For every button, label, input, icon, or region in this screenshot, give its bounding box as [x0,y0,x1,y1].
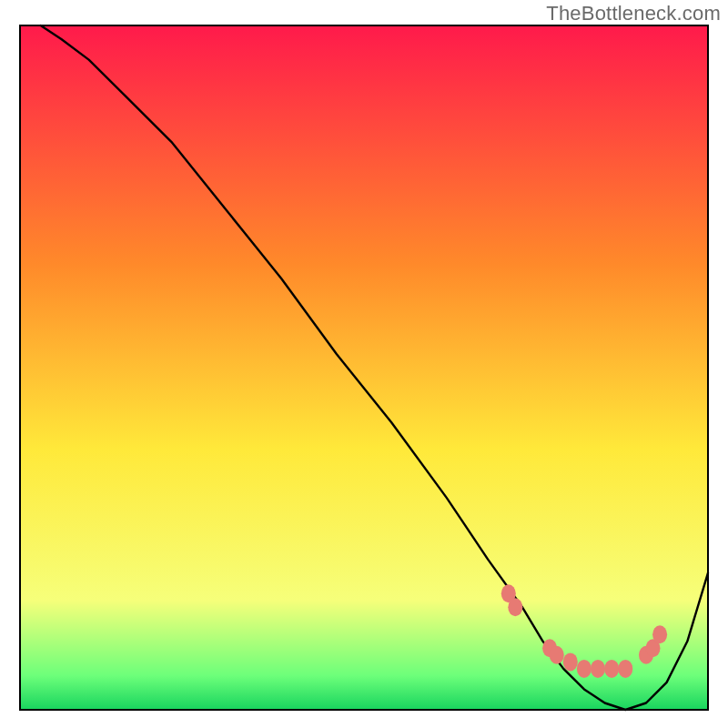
gradient-background [20,25,708,710]
marker-dot [604,660,619,678]
marker-dot [618,660,632,678]
marker-dot [577,660,592,678]
marker-dot [563,652,578,671]
marker-dot [652,625,667,643]
marker-dot [591,660,605,678]
plot-area [20,25,708,710]
bottleneck-chart [0,0,728,728]
marker-dot [508,598,522,616]
chart-container: TheBottleneck.com [0,0,728,728]
marker-dot [550,646,564,664]
